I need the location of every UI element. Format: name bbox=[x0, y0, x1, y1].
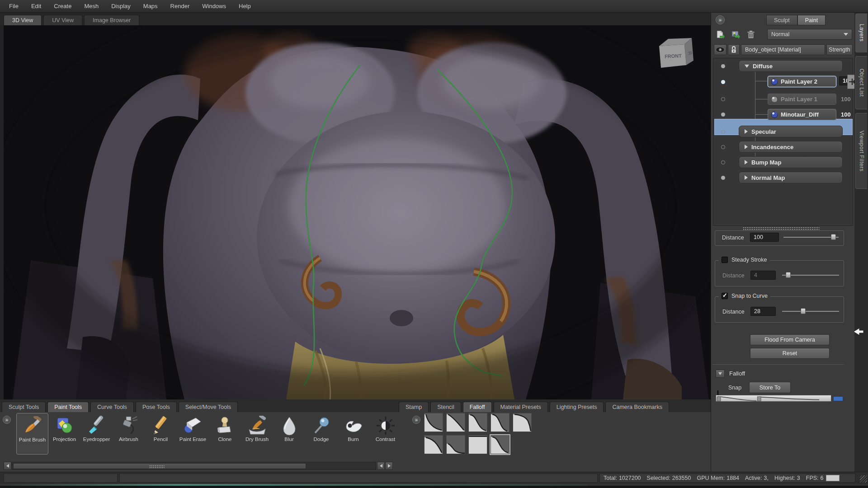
visibility-dot[interactable] bbox=[721, 160, 725, 164]
slider-handle[interactable] bbox=[831, 234, 836, 240]
snap-to-curve-checkbox[interactable] bbox=[722, 293, 728, 299]
mode-tab[interactable]: Sculpt bbox=[766, 15, 797, 25]
store-to-button[interactable]: Store To bbox=[749, 382, 791, 393]
visibility-dot[interactable] bbox=[721, 113, 725, 117]
falloff-ramp-editor[interactable] bbox=[716, 395, 831, 402]
channel-group-bar[interactable]: Specular bbox=[739, 126, 843, 137]
visibility-dot[interactable] bbox=[721, 97, 725, 101]
tray-tab[interactable]: Camera Bookmarks bbox=[605, 402, 669, 412]
falloff-s-curve-icon[interactable] bbox=[491, 435, 509, 454]
tool-item[interactable]: Paint Erase bbox=[177, 413, 209, 455]
flood-from-camera-button[interactable]: Flood From Camera bbox=[750, 334, 830, 345]
tray-tab[interactable]: Falloff bbox=[463, 402, 492, 412]
falloff-low-icon[interactable] bbox=[446, 435, 465, 454]
side-tab-layers[interactable]: Layers bbox=[855, 14, 867, 52]
tray-tab[interactable]: Sculpt Tools bbox=[2, 402, 46, 412]
resize-grip[interactable] bbox=[860, 475, 867, 483]
menu-item[interactable]: Windows bbox=[196, 0, 232, 12]
slider-handle[interactable] bbox=[801, 308, 806, 314]
reset-button[interactable]: Reset bbox=[750, 348, 830, 359]
menu-item[interactable]: Maps bbox=[137, 0, 164, 12]
menu-item[interactable]: File bbox=[3, 0, 25, 12]
side-tab-viewport-filters[interactable]: Viewport Filters bbox=[855, 113, 867, 189]
panel-splitter[interactable] bbox=[743, 227, 820, 230]
side-tab-object-list[interactable]: Object List bbox=[855, 56, 867, 109]
distance-slider[interactable] bbox=[783, 234, 839, 240]
layer-strength-value[interactable]: 100 bbox=[841, 96, 851, 103]
tool-item[interactable]: Blur bbox=[273, 413, 305, 455]
tray-tab[interactable]: Stencil bbox=[430, 402, 461, 412]
tray-tab[interactable]: Curve Tools bbox=[90, 402, 134, 412]
tray-expander-button-right[interactable]: » bbox=[412, 416, 420, 424]
tool-item[interactable]: Eyedropper bbox=[80, 413, 113, 455]
slider-handle[interactable] bbox=[786, 272, 791, 278]
tray-tab[interactable]: Lighting Presets bbox=[550, 402, 604, 412]
tray-tab[interactable]: Select/Move Tools bbox=[179, 402, 238, 412]
import-layer-icon[interactable] bbox=[729, 29, 742, 41]
object-selector-button[interactable]: Body_object [Material] bbox=[741, 44, 825, 55]
viewport-tab[interactable]: Image Browser bbox=[84, 15, 139, 25]
viewport-tab[interactable]: UV View bbox=[43, 15, 82, 25]
channel-group-bar[interactable]: Normal Map bbox=[739, 172, 843, 183]
delete-layer-icon[interactable] bbox=[745, 29, 757, 41]
falloff-dome-icon[interactable] bbox=[513, 413, 532, 432]
snap-distance-value[interactable]: 28 bbox=[750, 307, 776, 316]
tray-tab[interactable]: Material Presets bbox=[494, 402, 548, 412]
falloff-s-curve-icon[interactable] bbox=[468, 413, 487, 432]
panel-collapse-button[interactable]: » bbox=[716, 15, 725, 24]
scroll-left-button[interactable] bbox=[4, 462, 11, 470]
tool-item[interactable]: Pencil bbox=[145, 413, 177, 455]
tray-tab[interactable]: Stamp bbox=[399, 402, 429, 412]
falloff-ramp-handle[interactable] bbox=[833, 396, 843, 401]
mode-tab[interactable]: Paint bbox=[797, 15, 826, 25]
channel-group-bar[interactable]: Bump Map bbox=[739, 156, 843, 168]
layer-row-minotaur-diff[interactable]: Minotaur_Diff bbox=[768, 109, 836, 120]
visibility-dot[interactable] bbox=[721, 64, 725, 68]
falloff-constant-icon[interactable] bbox=[468, 435, 487, 454]
menu-item[interactable]: Render bbox=[164, 0, 196, 12]
distance-value-field[interactable]: 100 bbox=[750, 233, 779, 242]
menu-item[interactable]: Help bbox=[232, 0, 257, 12]
falloff-plateau-icon[interactable] bbox=[424, 435, 443, 454]
channel-group-bar[interactable]: Incandescence bbox=[739, 141, 843, 153]
visibility-dot[interactable] bbox=[721, 80, 725, 84]
tool-item[interactable]: Projection bbox=[48, 413, 80, 455]
tool-item[interactable]: Contrast bbox=[369, 413, 401, 455]
tool-item[interactable]: Sponge bbox=[401, 413, 408, 455]
menu-item[interactable]: Create bbox=[47, 0, 78, 12]
tool-item[interactable]: Clone bbox=[209, 413, 241, 455]
layer-row-paint-layer-2[interactable]: Paint Layer 2 bbox=[768, 76, 836, 87]
tray-h-scrollbar[interactable] bbox=[4, 462, 393, 470]
blend-mode-dropdown[interactable]: Normal bbox=[767, 29, 852, 40]
steady-distance-slider[interactable] bbox=[782, 272, 839, 278]
view-cube[interactable]: FRONT R bbox=[655, 34, 695, 73]
lock-column-button[interactable] bbox=[728, 44, 740, 55]
scroll-right-button[interactable] bbox=[377, 462, 385, 470]
visibility-dot[interactable] bbox=[721, 130, 725, 134]
tray-tab[interactable]: Paint Tools bbox=[47, 402, 89, 412]
menu-item[interactable]: Edit bbox=[25, 0, 47, 12]
visibility-dot[interactable] bbox=[721, 145, 725, 149]
visibility-column-button[interactable] bbox=[714, 44, 726, 55]
layer-row-paint-layer-1[interactable]: Paint Layer 1 bbox=[768, 94, 836, 105]
falloff-s-steep-icon[interactable] bbox=[491, 413, 509, 432]
tool-item[interactable]: Burn bbox=[337, 413, 369, 455]
tool-item[interactable]: Airbrush bbox=[113, 413, 145, 455]
steady-stroke-checkbox[interactable] bbox=[722, 257, 728, 263]
snap-distance-slider[interactable] bbox=[782, 308, 839, 314]
visibility-dot[interactable] bbox=[721, 176, 725, 180]
falloff-decay-smooth-icon[interactable] bbox=[446, 413, 465, 432]
viewport-canvas[interactable]: FRONT R bbox=[4, 25, 711, 399]
tray-tab[interactable]: Pose Tools bbox=[136, 402, 177, 412]
menu-item[interactable]: Display bbox=[105, 0, 137, 12]
menu-item[interactable]: Mesh bbox=[78, 0, 105, 12]
layer-group-diffuse[interactable]: Diffuse bbox=[739, 60, 843, 72]
tool-item[interactable]: Dodge bbox=[305, 413, 337, 455]
steady-distance-value[interactable]: 4 bbox=[750, 271, 776, 280]
scroll-right-button-2[interactable] bbox=[385, 462, 393, 470]
falloff-collapse-button[interactable] bbox=[716, 370, 725, 378]
tool-item[interactable]: Paint Brush bbox=[16, 413, 48, 455]
new-layer-icon[interactable] bbox=[714, 29, 726, 41]
strength-column-header[interactable]: Strength bbox=[826, 44, 853, 55]
layer-strength-value[interactable]: 100 bbox=[841, 111, 851, 118]
